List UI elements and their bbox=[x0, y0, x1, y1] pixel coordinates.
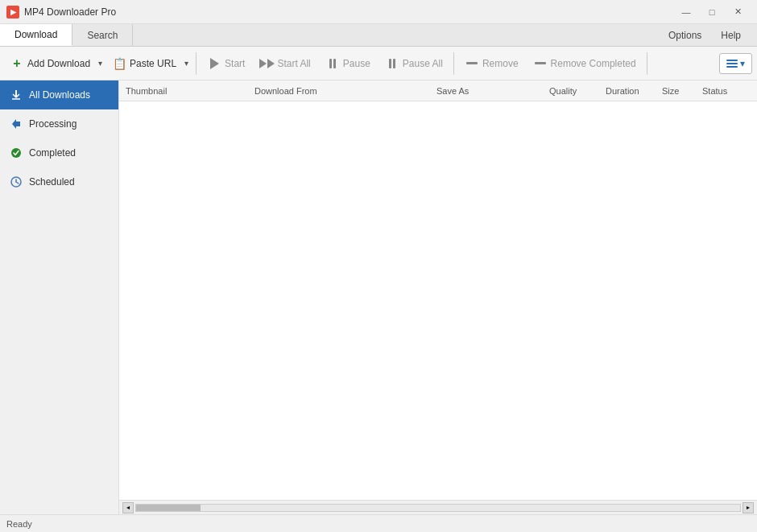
tab-bar: Download Search Options Help bbox=[0, 24, 757, 47]
remove-completed-icon bbox=[533, 56, 548, 71]
completed-icon bbox=[10, 146, 23, 159]
toolbar-sep-1 bbox=[196, 52, 196, 75]
toolbar-right: ▾ bbox=[719, 53, 752, 74]
scheduled-label: Scheduled bbox=[29, 176, 75, 188]
toolbar: + Add Download ▾ 📋 Paste URL ▾ Start bbox=[0, 47, 757, 80]
scheduled-icon bbox=[10, 175, 23, 188]
main-layout: All Downloads Processing Completed bbox=[0, 80, 757, 514]
title-bar: ▶ MP4 Downloader Pro — □ ✕ bbox=[0, 0, 757, 24]
options-menu-button[interactable]: Options bbox=[659, 27, 711, 44]
start-all-icon bbox=[259, 56, 274, 71]
table-header: Thumbnail Download From Save As Quality … bbox=[119, 80, 757, 101]
horizontal-scrollbar[interactable]: ◂ ▸ bbox=[119, 500, 757, 514]
status-text: Ready bbox=[6, 519, 32, 529]
pause-icon bbox=[325, 56, 340, 71]
paste-url-dropdown-button[interactable]: ▾ bbox=[181, 55, 192, 72]
start-button[interactable]: Start bbox=[201, 52, 251, 75]
add-download-split-button: + Add Download ▾ bbox=[5, 52, 105, 75]
title-bar-left: ▶ MP4 Downloader Pro bbox=[6, 6, 116, 19]
toolbar-sep-2 bbox=[453, 52, 454, 75]
status-bar: Ready bbox=[0, 514, 757, 532]
help-menu-button[interactable]: Help bbox=[711, 27, 751, 44]
paste-url-split-button: 📋 Paste URL ▾ bbox=[107, 52, 192, 75]
pause-all-button[interactable]: Pause All bbox=[378, 52, 449, 75]
scroll-right-button[interactable]: ▸ bbox=[743, 502, 754, 513]
download-icon bbox=[10, 89, 23, 101]
list-icon bbox=[726, 60, 738, 68]
remove-button[interactable]: Remove bbox=[458, 52, 525, 75]
sidebar-item-completed[interactable]: Completed bbox=[0, 138, 118, 167]
col-header-size: Size bbox=[662, 86, 702, 96]
app-title: MP4 Downloader Pro bbox=[24, 6, 116, 18]
pause-button[interactable]: Pause bbox=[319, 52, 377, 75]
col-header-thumbnail: Thumbnail bbox=[126, 86, 254, 96]
completed-label: Completed bbox=[29, 147, 76, 159]
sidebar: All Downloads Processing Completed bbox=[0, 80, 119, 514]
start-all-button[interactable]: Start All bbox=[253, 52, 316, 75]
start-icon bbox=[207, 56, 221, 71]
tabs-left: Download Search bbox=[0, 24, 133, 46]
col-header-download-from: Download From bbox=[254, 86, 436, 96]
sidebar-item-all-downloads[interactable]: All Downloads bbox=[0, 80, 118, 109]
toolbar-sep-3 bbox=[647, 52, 647, 75]
sidebar-item-scheduled[interactable]: Scheduled bbox=[0, 167, 118, 196]
processing-label: Processing bbox=[29, 118, 77, 130]
col-header-quality: Quality bbox=[549, 86, 606, 96]
svg-point-3 bbox=[11, 148, 21, 158]
pause-all-icon bbox=[385, 56, 399, 71]
paste-icon: 📋 bbox=[112, 56, 126, 71]
tab-search[interactable]: Search bbox=[72, 24, 133, 46]
maximize-button[interactable]: □ bbox=[699, 3, 725, 21]
content-area: Thumbnail Download From Save As Quality … bbox=[119, 80, 757, 514]
remove-icon bbox=[465, 56, 479, 71]
col-header-save-as: Save As bbox=[436, 86, 549, 96]
tabs-right: Options Help bbox=[659, 27, 757, 44]
add-download-dropdown-button[interactable]: ▾ bbox=[95, 55, 105, 72]
scroll-thumb[interactable] bbox=[136, 505, 201, 511]
scroll-left-button[interactable]: ◂ bbox=[122, 502, 134, 513]
remove-completed-button[interactable]: Remove Completed bbox=[527, 52, 643, 75]
minimize-button[interactable]: — bbox=[673, 3, 699, 21]
plus-icon: + bbox=[10, 56, 24, 71]
col-header-status: Status bbox=[702, 86, 751, 96]
svg-line-6 bbox=[16, 182, 19, 184]
close-button[interactable]: ✕ bbox=[725, 3, 751, 21]
tab-download[interactable]: Download bbox=[0, 24, 72, 46]
app-icon: ▶ bbox=[6, 6, 19, 19]
list-view-button[interactable]: ▾ bbox=[719, 53, 752, 74]
table-body bbox=[119, 101, 757, 500]
window-controls: — □ ✕ bbox=[673, 3, 751, 21]
add-download-button[interactable]: + Add Download bbox=[5, 52, 95, 75]
all-downloads-label: All Downloads bbox=[29, 89, 90, 101]
paste-url-button[interactable]: 📋 Paste URL bbox=[107, 52, 181, 75]
svg-marker-2 bbox=[12, 119, 20, 129]
col-header-duration: Duration bbox=[606, 86, 662, 96]
processing-icon bbox=[10, 118, 23, 130]
scroll-track[interactable] bbox=[135, 504, 741, 512]
sidebar-item-processing[interactable]: Processing bbox=[0, 109, 118, 138]
